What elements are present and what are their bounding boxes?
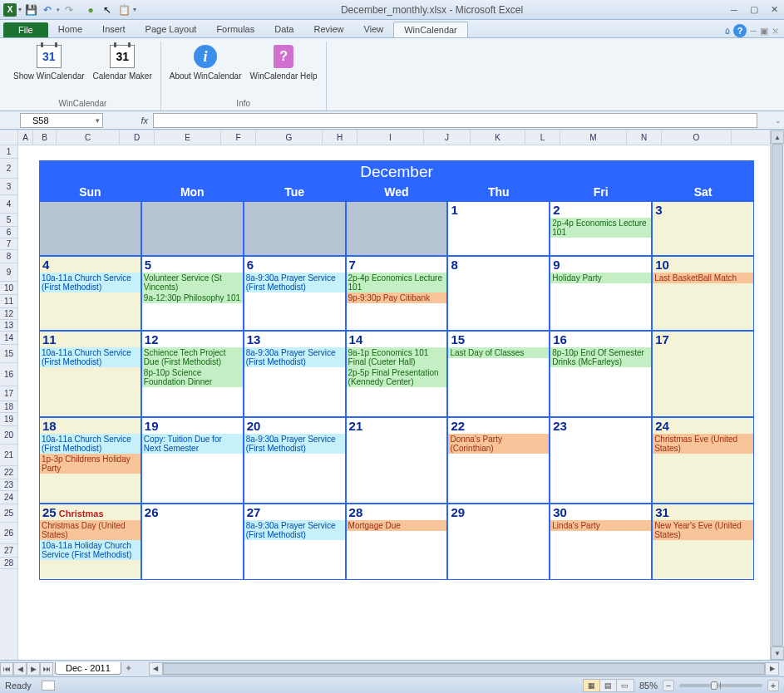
calendar-day[interactable]: 24Christmas Eve (United States) bbox=[652, 417, 754, 504]
close-icon[interactable]: ✕ bbox=[767, 3, 781, 17]
calendar-event[interactable]: Christmas Eve (United States) bbox=[653, 434, 753, 454]
calendar-day[interactable]: 23 bbox=[550, 417, 652, 504]
row-header[interactable]: 17 bbox=[0, 386, 17, 401]
row-header[interactable]: 26 bbox=[0, 523, 17, 544]
grid[interactable]: December SunMonTueWedThuFriSat 122p-4p E… bbox=[18, 145, 770, 660]
calendar-event[interactable]: 8a-9:30a Prayer Service (First Methodist… bbox=[244, 520, 345, 540]
calendar-event[interactable]: 9p-9:30p Pay Citibank bbox=[347, 292, 447, 303]
calendar-day[interactable]: 68a-9:30a Prayer Service (First Methodis… bbox=[244, 256, 346, 331]
workbook-restore-icon[interactable]: ▣ bbox=[760, 26, 768, 37]
row-header[interactable]: 22 bbox=[0, 466, 17, 479]
nav-next-icon[interactable]: ▶ bbox=[27, 662, 40, 676]
name-box[interactable]: S58 bbox=[20, 113, 103, 128]
calendar-event[interactable]: 10a-11a Church Service (First Methodist) bbox=[40, 434, 141, 454]
qat-custom2-icon[interactable]: 📋 bbox=[116, 2, 131, 17]
zoom-slider[interactable] bbox=[679, 684, 762, 687]
row-header[interactable]: 28 bbox=[0, 558, 17, 569]
macro-record-icon[interactable] bbox=[42, 681, 55, 691]
calendar-day[interactable]: 21 bbox=[346, 417, 448, 504]
calendar-event[interactable]: 9a-1p Economics 101 Final (Cueter Hall) bbox=[347, 347, 447, 367]
calendar-day[interactable]: 22Donna's Party (Corinthian) bbox=[447, 417, 550, 504]
calendar-event[interactable]: 10a-11a Church Service (First Methodist) bbox=[40, 347, 141, 367]
column-header[interactable]: G bbox=[256, 130, 323, 145]
calendar-day[interactable]: 149a-1p Economics 101 Final (Cueter Hall… bbox=[346, 331, 448, 417]
column-header[interactable]: M bbox=[560, 130, 627, 145]
calendar-day[interactable] bbox=[141, 201, 244, 256]
calendar-day[interactable] bbox=[346, 201, 448, 256]
column-header[interactable]: D bbox=[120, 130, 155, 145]
calendar-day[interactable]: 15Last Day of Classes bbox=[447, 331, 550, 417]
tab-home[interactable]: Home bbox=[48, 22, 92, 37]
calendar-day[interactable]: 19Copy: Tuition Due for Next Semester bbox=[141, 417, 244, 504]
calendar-event[interactable]: Christmas Day (United States) bbox=[40, 520, 141, 540]
page-break-view-icon[interactable]: ▭ bbox=[617, 680, 634, 691]
row-header[interactable]: 14 bbox=[0, 332, 17, 345]
calendar-day[interactable]: 1 bbox=[447, 201, 550, 256]
calendar-event[interactable]: 8p-10p End Of Semester Drinks (McFarleys… bbox=[550, 347, 651, 367]
calendar-event[interactable]: Linda's Party bbox=[550, 520, 651, 531]
row-header[interactable]: 23 bbox=[0, 479, 17, 491]
workbook-min-icon[interactable]: ─ bbox=[750, 26, 757, 36]
horizontal-scrollbar[interactable]: ◀ ▶ bbox=[149, 662, 779, 676]
nav-first-icon[interactable]: ⏮ bbox=[0, 662, 13, 676]
calendar-event[interactable]: New Year's Eve (United States) bbox=[653, 520, 753, 540]
calendar-event[interactable]: Mortgage Due bbox=[347, 520, 447, 531]
calendar-event[interactable]: 9a-12:30p Philosophy 101 bbox=[142, 292, 243, 303]
wincalendar-help-button[interactable]: ? WinCalendar Help bbox=[246, 42, 320, 97]
zoom-level[interactable]: 85% bbox=[639, 681, 658, 691]
normal-view-icon[interactable]: ▦ bbox=[584, 680, 600, 691]
row-header[interactable]: 1 bbox=[0, 145, 17, 159]
insert-sheet-icon[interactable]: ✦ bbox=[125, 663, 132, 674]
row-header[interactable]: 10 bbox=[0, 282, 17, 295]
calendar-day[interactable]: 12Schience Tech Project Due (First Metho… bbox=[141, 331, 244, 417]
row-header[interactable]: 3 bbox=[0, 179, 17, 195]
row-header[interactable]: 21 bbox=[0, 445, 17, 466]
calendar-day[interactable]: 3 bbox=[652, 201, 754, 256]
workbook-close-icon[interactable]: ⤬ bbox=[772, 26, 779, 37]
calendar-event[interactable]: 10a-11a Church Service (First Methodist) bbox=[40, 273, 141, 292]
calendar-maker-button[interactable]: 31 Calendar Maker bbox=[90, 42, 155, 97]
select-all-corner[interactable] bbox=[0, 130, 18, 145]
calendar-day[interactable]: 72p-4p Economics Lecture 1019p-9:30p Pay… bbox=[346, 256, 448, 331]
undo-icon[interactable]: ↶ bbox=[40, 2, 55, 17]
calendar-day[interactable]: 9Holiday Party bbox=[550, 256, 652, 331]
calendar-day[interactable]: 29 bbox=[447, 504, 550, 580]
calendar-day[interactable]: 8 bbox=[447, 256, 550, 331]
row-header[interactable]: 7 bbox=[0, 238, 17, 250]
show-wincalendar-button[interactable]: 31 Show WinCalendar bbox=[10, 42, 88, 97]
calendar-day[interactable]: 278a-9:30a Prayer Service (First Methodi… bbox=[244, 504, 346, 580]
save-icon[interactable]: 💾 bbox=[23, 2, 38, 17]
help-circle-icon[interactable]: ? bbox=[733, 24, 747, 37]
calendar-event[interactable]: 8a-9:30a Prayer Service (First Methodist… bbox=[244, 347, 345, 367]
calendar-event[interactable]: 1p-3p Childrens Holiday Party bbox=[40, 454, 141, 474]
calendar-day[interactable]: 5Volunteer Service (St Vincents)9a-12:30… bbox=[141, 256, 244, 331]
column-header[interactable]: L bbox=[525, 130, 560, 145]
row-header[interactable]: 19 bbox=[0, 413, 17, 426]
formula-bar[interactable] bbox=[153, 113, 757, 128]
column-header[interactable]: A bbox=[18, 130, 33, 145]
column-header[interactable]: F bbox=[221, 130, 256, 145]
calendar-day[interactable]: 410a-11a Church Service (First Methodist… bbox=[39, 256, 141, 331]
about-wincalendar-button[interactable]: i About WinCalendar bbox=[166, 42, 245, 97]
row-header[interactable]: 4 bbox=[0, 195, 17, 214]
row-header[interactable]: 6 bbox=[0, 227, 17, 238]
calendar-event[interactable]: 8a-9:30a Prayer Service (First Methodist… bbox=[244, 273, 345, 292]
calendar-event[interactable]: 8a-9:30a Prayer Service (First Methodist… bbox=[244, 434, 345, 454]
calendar-day[interactable]: 1810a-11a Church Service (First Methodis… bbox=[39, 417, 141, 504]
column-header[interactable]: B bbox=[33, 130, 57, 145]
row-header[interactable]: 27 bbox=[0, 544, 17, 558]
calendar-day[interactable]: 30Linda's Party bbox=[550, 504, 652, 580]
row-header[interactable]: 9 bbox=[0, 263, 17, 282]
nav-prev-icon[interactable]: ◀ bbox=[13, 662, 27, 676]
qat-custom1-icon[interactable]: ● bbox=[83, 2, 98, 17]
column-header[interactable]: C bbox=[57, 130, 120, 145]
column-header[interactable]: I bbox=[357, 130, 424, 145]
row-header[interactable]: 20 bbox=[0, 426, 17, 445]
qat-dropdown-icon[interactable]: ▾ bbox=[18, 6, 22, 13]
file-tab[interactable]: File bbox=[3, 22, 48, 37]
maximize-icon[interactable]: ▢ bbox=[747, 3, 761, 17]
calendar-event[interactable]: 2p-5p Final Presentation (Kennedy Center… bbox=[347, 367, 447, 387]
calendar-day[interactable]: 31New Year's Eve (United States) bbox=[652, 504, 754, 580]
tab-view[interactable]: View bbox=[354, 22, 394, 37]
vertical-scrollbar[interactable]: ▲ ▼ bbox=[770, 130, 784, 660]
